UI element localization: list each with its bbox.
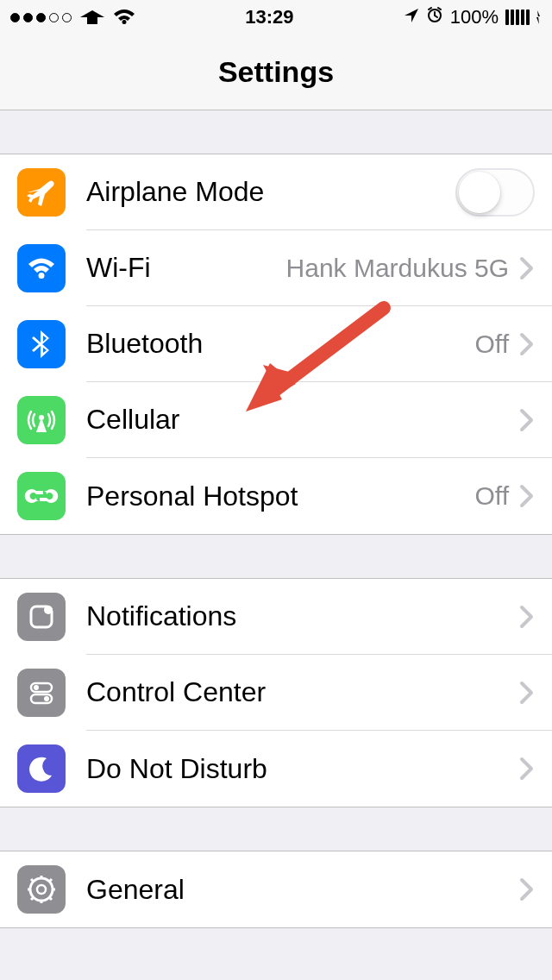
svg-point-7 [44, 696, 49, 701]
settings-group-general: General [0, 851, 552, 928]
carrier-icon [78, 9, 106, 26]
notifications-icon [17, 593, 66, 641]
battery-percent: 100% [450, 6, 499, 28]
row-cellular[interactable]: Cellular [0, 382, 552, 458]
row-label: Bluetooth [86, 328, 465, 360]
cellular-icon [17, 396, 66, 444]
row-label: Notifications [86, 600, 509, 632]
chevron-right-icon [519, 256, 535, 280]
row-wifi[interactable]: Wi-Fi Hank Mardukus 5G [0, 230, 552, 306]
row-value: Off [475, 481, 509, 511]
row-control-center[interactable]: Control Center [0, 655, 552, 731]
row-label: Cellular [86, 404, 509, 436]
airplane-mode-toggle[interactable] [455, 168, 535, 217]
settings-group-network: Airplane Mode Wi-Fi Hank Mardukus 5G Blu… [0, 154, 552, 535]
wifi-icon [113, 9, 135, 26]
navigation-bar: Settings [0, 35, 552, 110]
chevron-right-icon [519, 484, 535, 508]
row-airplane-mode[interactable]: Airplane Mode [0, 154, 552, 230]
page-title: Settings [218, 55, 334, 89]
location-icon [404, 6, 419, 28]
status-right: 100% [404, 6, 542, 28]
wifi-settings-icon [17, 244, 66, 292]
chevron-right-icon [519, 681, 535, 705]
chevron-right-icon [519, 332, 535, 356]
chevron-right-icon [519, 605, 535, 629]
svg-line-15 [49, 897, 52, 900]
hotspot-icon [17, 472, 66, 520]
row-label: Control Center [86, 676, 509, 708]
control-center-icon [17, 669, 66, 717]
alarm-icon [426, 6, 443, 28]
row-do-not-disturb[interactable]: Do Not Disturb [0, 731, 552, 807]
row-label: Airplane Mode [86, 176, 445, 208]
row-label: Do Not Disturb [86, 753, 509, 785]
row-bluetooth[interactable]: Bluetooth Off [0, 306, 552, 382]
svg-point-3 [44, 606, 53, 614]
gear-icon [17, 865, 66, 914]
settings-group-system: Notifications Control Center Do Not Dist… [0, 578, 552, 807]
status-bar: 13:29 100% [0, 0, 552, 35]
row-personal-hotspot[interactable]: Personal Hotspot Off [0, 458, 552, 534]
chevron-right-icon [519, 408, 535, 432]
svg-line-17 [31, 897, 34, 900]
row-notifications[interactable]: Notifications [0, 579, 552, 655]
row-label: Personal Hotspot [86, 481, 465, 512]
bluetooth-icon [17, 320, 66, 368]
battery-icon [505, 9, 542, 25]
svg-line-16 [49, 879, 52, 882]
svg-point-5 [34, 685, 39, 690]
row-value: Off [475, 330, 509, 359]
status-time: 13:29 [245, 6, 293, 28]
airplane-icon [17, 168, 66, 217]
row-label: General [86, 874, 509, 906]
chevron-right-icon [519, 757, 535, 781]
svg-line-14 [31, 879, 34, 882]
status-left [10, 9, 135, 26]
row-general[interactable]: General [0, 851, 552, 927]
row-value: Hank Mardukus 5G [286, 254, 509, 283]
signal-strength-icon [10, 13, 72, 22]
chevron-right-icon [519, 877, 535, 901]
svg-point-9 [37, 885, 46, 894]
row-label: Wi-Fi [86, 252, 276, 284]
moon-icon [17, 744, 66, 793]
